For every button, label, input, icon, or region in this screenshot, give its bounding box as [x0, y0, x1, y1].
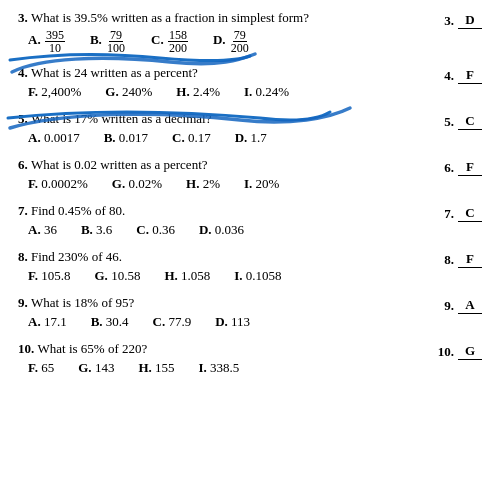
- choice-value: 0.0002%: [41, 176, 88, 191]
- choice-letter: H.: [176, 84, 193, 99]
- answer-blank: F: [458, 67, 482, 84]
- choice-letter: F.: [28, 84, 41, 99]
- choice-letter: A.: [28, 314, 44, 329]
- question-text: 9. What is 18% of 95?: [18, 295, 427, 311]
- answer-area: 6.F: [427, 157, 482, 176]
- answer-blank: F: [458, 251, 482, 268]
- choice-value: 0.036: [215, 222, 244, 237]
- choice-value: 20%: [256, 176, 280, 191]
- answer-area: 3.D: [427, 10, 482, 29]
- answer-area: 10.G: [427, 341, 482, 360]
- choices-row: A. 17.1B. 30.4C. 77.9D. 113: [18, 314, 427, 330]
- question-row: 5. What is 17% written as a decimal?A. 0…: [18, 111, 482, 146]
- choice-letter: B.: [81, 222, 96, 237]
- choice-letter: H.: [138, 360, 155, 375]
- choice-item: H. 2%: [186, 176, 220, 192]
- question-text: 4. What is 24 written as a percent?: [18, 65, 427, 81]
- choice-letter: I.: [244, 176, 256, 191]
- question-body: What is 17% written as a decimal?: [31, 111, 212, 126]
- answer-number: 5.: [444, 114, 454, 130]
- choice-value: 10.58: [111, 268, 140, 283]
- choice-value: 0.17: [188, 130, 211, 145]
- question-text: 6. What is 0.02 written as a percent?: [18, 157, 427, 173]
- question-left: 10. What is 65% of 220?F. 65G. 143H. 155…: [18, 341, 427, 376]
- choice-letter: H.: [164, 268, 181, 283]
- question-text: 10. What is 65% of 220?: [18, 341, 427, 357]
- question-left: 4. What is 24 written as a percent?F. 2,…: [18, 65, 427, 100]
- choice-letter: C.: [172, 130, 188, 145]
- choice-letter: F.: [28, 268, 41, 283]
- choice-item: G. 10.58: [95, 268, 141, 284]
- page: 3. What is 39.5% written as a fraction i…: [0, 0, 500, 397]
- choice-item: H. 1.058: [164, 268, 210, 284]
- answer-number: 10.: [438, 344, 454, 360]
- choice-item: F. 65: [28, 360, 54, 376]
- choice-letter: D.: [215, 314, 231, 329]
- choice-letter: B.: [91, 314, 106, 329]
- question-left: 8. Find 230% of 46.F. 105.8G. 10.58H. 1.…: [18, 249, 427, 284]
- answer-blank: A: [458, 297, 482, 314]
- question-left: 6. What is 0.02 written as a percent?F. …: [18, 157, 427, 192]
- choices-row: F. 0.0002%G. 0.02%H. 2%I. 20%: [18, 176, 427, 192]
- answer-area: 7.C: [427, 203, 482, 222]
- choice-value: 0.017: [119, 130, 148, 145]
- question-left: 3. What is 39.5% written as a fraction i…: [18, 10, 427, 54]
- fraction-value: 39510: [45, 29, 65, 54]
- choice-item: G. 240%: [105, 84, 152, 100]
- choice-value: 0.36: [152, 222, 175, 237]
- choice-item: F. 2,400%: [28, 84, 81, 100]
- choice-letter: C.: [153, 314, 169, 329]
- choice-letter: G.: [95, 268, 112, 283]
- choice-letter: F.: [28, 360, 41, 375]
- choice-value: 0.24%: [256, 84, 290, 99]
- question-row: 9. What is 18% of 95?A. 17.1B. 30.4C. 77…: [18, 295, 482, 330]
- question-left: 7. Find 0.45% of 80.A. 36B. 3.6C. 0.36D.…: [18, 203, 427, 238]
- choice-value: 2.4%: [193, 84, 220, 99]
- question-row: 3. What is 39.5% written as a fraction i…: [18, 10, 482, 54]
- choice-letter: A.: [28, 32, 44, 47]
- question-left: 5. What is 17% written as a decimal?A. 0…: [18, 111, 427, 146]
- choice-item: D. 79200: [213, 29, 251, 54]
- answer-blank: D: [458, 12, 482, 29]
- choice-item: H. 2.4%: [176, 84, 220, 100]
- answer-blank: C: [458, 205, 482, 222]
- choice-value: 2%: [203, 176, 220, 191]
- question-body: What is 18% of 95?: [31, 295, 134, 310]
- choice-letter: C.: [136, 222, 152, 237]
- question-number: 4.: [18, 65, 31, 80]
- choice-letter: F.: [28, 176, 41, 191]
- choice-letter: D.: [213, 32, 229, 47]
- answer-blank: F: [458, 159, 482, 176]
- question-text: 5. What is 17% written as a decimal?: [18, 111, 427, 127]
- choice-value: 36: [44, 222, 57, 237]
- answer-number: 4.: [444, 68, 454, 84]
- choices-row: F. 2,400%G. 240%H. 2.4%I. 0.24%: [18, 84, 427, 100]
- answer-area: 4.F: [427, 65, 482, 84]
- question-body: What is 24 written as a percent?: [31, 65, 198, 80]
- question-text: 7. Find 0.45% of 80.: [18, 203, 427, 219]
- question-number: 8.: [18, 249, 31, 264]
- choice-letter: B.: [104, 130, 119, 145]
- choice-value: 105.8: [41, 268, 70, 283]
- question-text: 8. Find 230% of 46.: [18, 249, 427, 265]
- choice-item: H. 155: [138, 360, 174, 376]
- choice-value: 3.6: [96, 222, 112, 237]
- fraction-value: 158200: [168, 29, 188, 54]
- choice-value: 1.7: [251, 130, 267, 145]
- choice-item: I. 20%: [244, 176, 279, 192]
- question-body: What is 65% of 220?: [38, 341, 148, 356]
- choice-value: 143: [95, 360, 115, 375]
- choice-value: 113: [231, 314, 250, 329]
- question-body: Find 230% of 46.: [31, 249, 122, 264]
- choice-item: C. 0.17: [172, 130, 211, 146]
- question-body: What is 39.5% written as a fraction in s…: [31, 10, 309, 25]
- choice-letter: D.: [199, 222, 215, 237]
- choice-letter: I.: [234, 268, 246, 283]
- choice-letter: I.: [244, 84, 256, 99]
- choice-value: 240%: [122, 84, 152, 99]
- answer-number: 3.: [444, 13, 454, 29]
- choice-item: I. 0.24%: [244, 84, 289, 100]
- choice-item: G. 143: [78, 360, 114, 376]
- question-row: 6. What is 0.02 written as a percent?F. …: [18, 157, 482, 192]
- choice-item: F. 105.8: [28, 268, 71, 284]
